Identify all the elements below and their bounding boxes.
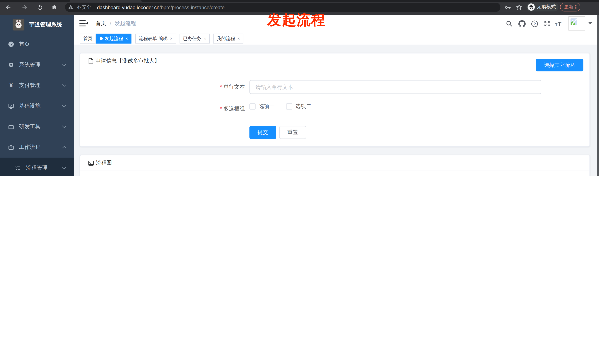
header-fontsize-button[interactable]: TT [555, 19, 563, 28]
checkbox-option-2[interactable]: 选项二 [286, 103, 311, 110]
user-avatar[interactable] [569, 17, 585, 31]
security-label: 不安全 [77, 4, 91, 11]
chevron-down-icon [62, 84, 67, 87]
header-github-button[interactable] [518, 19, 526, 28]
sidebar-collapse-button[interactable] [79, 20, 88, 27]
sidebar-item-label: 系统管理 [19, 61, 40, 68]
app-header: 首页 / 发起流程 ? TT [74, 15, 597, 32]
url-path: /bpm/process-instance/create [159, 4, 225, 10]
chevron-down-icon [62, 125, 67, 128]
sidebar-item-label: 首页 [19, 41, 30, 48]
checkbox-icon[interactable] [286, 103, 292, 110]
single-line-text-input[interactable] [249, 80, 541, 94]
yen-icon: ¥ [8, 83, 14, 89]
tab-label: 流程表单-编辑 [139, 35, 168, 42]
browser-tab-strip [0, 0, 599, 2]
incognito-badge: 无痕模式 [526, 2, 559, 11]
sidebar-item-workflow[interactable]: 工作流程 [0, 137, 74, 158]
header-help-button[interactable]: ? [530, 19, 538, 28]
tab-home[interactable]: 首页 [80, 34, 96, 43]
tab-label: 已办任务 [183, 35, 201, 42]
search-icon [506, 20, 513, 27]
sidebar-item-label: 支付管理 [19, 82, 40, 89]
gear-icon [8, 62, 14, 68]
avatar-dropdown-caret[interactable] [588, 22, 592, 24]
close-icon[interactable]: × [237, 36, 240, 41]
tab-my-process[interactable]: 我的流程 × [213, 34, 243, 43]
back-arrow-icon [5, 4, 12, 11]
dashboard-icon [8, 41, 14, 47]
url-bar[interactable]: 不安全 dashboard.yudao.iocoder.cn/bpm/proce… [65, 3, 500, 12]
close-icon[interactable]: × [125, 36, 128, 41]
checkbox-label: 选项一 [259, 103, 275, 110]
checkbox-option-1[interactable]: 选项一 [249, 103, 274, 110]
briefcase-icon [8, 144, 14, 151]
checkbox-group-label: *多选框组 [165, 105, 245, 112]
chevron-down-icon [62, 63, 67, 67]
tab-label: 首页 [83, 35, 93, 42]
tab-process-form-edit[interactable]: 流程表单-编辑 × [135, 34, 176, 43]
sidebar: 芋道管理系统 首页 系统管理 ¥ 支付管理 基础设施 研发工具 工作 [0, 15, 74, 176]
bookmark-star-button[interactable] [515, 3, 524, 12]
sidebar-item-label: 基础设施 [19, 103, 40, 110]
app-logo-rabbit [13, 18, 24, 30]
hamburger-collapse-icon [79, 20, 88, 27]
checkbox-icon[interactable] [249, 103, 255, 110]
app-title: 芋道管理系统 [29, 21, 62, 28]
tags-view-bar: 首页 发起流程 × 流程表单-编辑 × 已办任务 × 我的流程 × [74, 32, 599, 45]
header-fullscreen-button[interactable] [543, 19, 551, 28]
breadcrumb-separator: / [110, 20, 111, 26]
sidebar-item-process-mgmt[interactable]: 流程管理 [0, 158, 74, 176]
url-divider [93, 5, 93, 10]
close-icon[interactable]: × [170, 36, 173, 41]
sidebar-item-system[interactable]: 系统管理 [0, 55, 74, 75]
sidebar-item-infra[interactable]: 基础设施 [0, 96, 74, 117]
process-diagram-card: 流程图 [80, 155, 590, 176]
tab-label: 我的流程 [217, 35, 235, 42]
sidebar-item-home[interactable]: 首页 [0, 34, 74, 55]
checkbox-group: 选项一 选项二 [249, 103, 311, 110]
fullscreen-icon [544, 20, 550, 27]
header-search-button[interactable] [505, 19, 513, 28]
browser-reload-button[interactable] [35, 3, 44, 12]
tree-list-icon [15, 165, 21, 171]
bpmn-diagram: 1.1 1.2 [89, 176, 581, 176]
choose-other-process-button[interactable]: 选择其它流程 [536, 59, 583, 71]
chevron-down-icon [62, 105, 67, 108]
sidebar-item-devtools[interactable]: 研发工具 [0, 117, 74, 137]
screen: 不安全 dashboard.yudao.iocoder.cn/bpm/proce… [0, 0, 599, 176]
sidebar-item-payment[interactable]: ¥ 支付管理 [0, 75, 74, 96]
font-size-icon: TT [555, 20, 563, 27]
toolbox-icon [8, 124, 14, 130]
incognito-icon [528, 3, 535, 10]
bpmn-canvas[interactable]: 1.1 1.2 [89, 176, 581, 176]
tab-label: 发起流程 [105, 35, 123, 42]
required-asterisk: * [220, 105, 222, 111]
browser-update-button[interactable]: 更新 [560, 3, 580, 11]
reset-button[interactable]: 重置 [279, 126, 306, 139]
page-scrollbar[interactable] [597, 15, 599, 176]
close-icon[interactable]: × [204, 36, 206, 41]
image-icon [88, 160, 94, 166]
url-host: dashboard.yudao.iocoder.cn [97, 4, 159, 10]
browser-home-button[interactable] [50, 3, 59, 12]
sidebar-logo-row[interactable]: 芋道管理系统 [0, 15, 74, 34]
apply-info-card: 申请信息【测试多审批人】 选择其它流程 *单行文本 *多选框组 选项一 选项二 … [80, 53, 590, 147]
password-key-button[interactable] [503, 3, 512, 12]
browser-menu-icon[interactable] [575, 5, 576, 9]
tab-done-tasks[interactable]: 已办任务 × [180, 34, 210, 43]
update-label: 更新 [564, 4, 573, 10]
breadcrumb-home[interactable]: 首页 [96, 20, 106, 27]
key-icon [504, 4, 511, 11]
browser-back-button[interactable] [4, 3, 13, 12]
svg-text:¥: ¥ [9, 83, 13, 89]
submit-button[interactable]: 提交 [249, 126, 276, 139]
sidebar-item-label: 流程管理 [26, 164, 47, 171]
browser-forward-button[interactable] [20, 3, 29, 12]
diagram-card-title: 流程图 [96, 160, 112, 166]
chevron-down-icon [62, 166, 67, 169]
breadcrumb: 首页 / 发起流程 [96, 15, 136, 32]
tab-start-process[interactable]: 发起流程 × [96, 34, 131, 43]
chevron-up-icon [62, 146, 67, 149]
browser-active-tab[interactable] [70, 0, 142, 2]
